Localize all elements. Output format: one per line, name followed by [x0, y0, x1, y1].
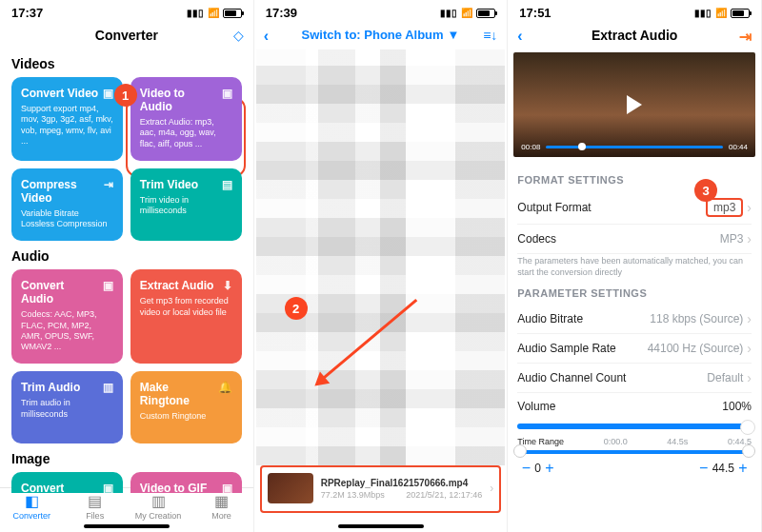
format-settings-header: FORMAT SETTINGS — [517, 174, 752, 186]
convert-tab-icon: ◧ — [0, 492, 63, 510]
image-icon: ▣ — [103, 482, 113, 493]
premium-icon[interactable]: ◇ — [233, 28, 244, 43]
page-title: Extract Audio — [592, 28, 678, 43]
status-time: 17:37 — [11, 6, 43, 20]
bell-icon: 🔔 — [218, 381, 232, 394]
time-range-slider[interactable] — [517, 450, 752, 454]
files-icon: ▤ — [63, 492, 126, 510]
audio-icon: ▣ — [103, 279, 113, 292]
status-bar: 17:51 ▮▮▯ 📶 — [508, 0, 761, 22]
wifi-icon: 📶 — [461, 8, 472, 18]
status-icons: ▮▮▯ 📶 — [440, 8, 495, 18]
card-trim-video[interactable]: Trim Video▤ Trim video in milliseconds — [130, 168, 242, 242]
audio-extract-icon: ▣ — [222, 87, 232, 100]
chevron-right-icon: › — [747, 200, 752, 215]
wifi-icon: 📶 — [715, 8, 727, 18]
screen-album: 17:39 ▮▮▯ 📶 ‹ Switch to: Phone Album ▼ ≡… — [254, 0, 509, 532]
parameter-settings-header: PARAMETER SETTINGS — [517, 287, 752, 299]
status-time: 17:51 — [519, 6, 551, 20]
audio-grid: Convert Audio▣ Codecs: AAC, MP3, FLAC, P… — [0, 269, 253, 443]
file-row[interactable]: RPReplay_Final1621570666.mp4 77.2M 13.9M… — [260, 465, 502, 513]
header: Converter ◇ — [0, 22, 253, 49]
start-value: 0 — [534, 462, 541, 475]
status-icons: ▮▮▯ 📶 — [187, 8, 242, 18]
callout-badge-2: 2 — [285, 297, 308, 320]
screen-extract: 17:51 ▮▮▯ 📶 ‹ Extract Audio ⇥ 00:08 00:4… — [508, 0, 762, 532]
status-icons: ▮▮▯ 📶 — [694, 8, 750, 18]
volume-slider[interactable] — [517, 424, 752, 429]
start-plus-button[interactable]: + — [541, 460, 558, 477]
card-video-to-audio[interactable]: Video to Audio▣ Extract Audio: mp3, aac,… — [130, 77, 242, 161]
section-audio: Audio — [0, 241, 253, 269]
play-icon[interactable] — [627, 95, 642, 114]
tab-converter[interactable]: ◧Converter — [0, 492, 63, 521]
callout-badge-3: 3 — [694, 179, 717, 202]
row-sample-rate[interactable]: Audio Sample Rate 44100 Hz (Source)› — [517, 334, 752, 364]
status-bar: 17:37 ▮▮▯ 📶 — [0, 0, 253, 22]
start-minus-button[interactable]: − — [517, 460, 534, 477]
battery-icon — [223, 9, 242, 18]
video-preview[interactable]: 00:08 00:44 — [513, 52, 755, 157]
card-make-ringtone[interactable]: Make Ringtone🔔 Custom Ringtone — [130, 371, 242, 443]
back-icon[interactable]: ‹ — [517, 28, 522, 45]
card-convert-video[interactable]: Convert Video▣ Support export mp4, mov, … — [11, 77, 123, 161]
card-video-to-gif[interactable]: Video to GIF▣ — [130, 472, 242, 493]
file-size: 77.2M 13.9Mbps — [321, 490, 385, 500]
video-scrubber[interactable]: 00:08 00:44 — [521, 143, 748, 151]
output-format-value: mp3 — [706, 198, 743, 217]
file-meta: RPReplay_Final1621570666.mp4 77.2M 13.9M… — [321, 478, 483, 500]
compress-icon: ⇥ — [104, 178, 113, 191]
battery-icon — [476, 9, 495, 18]
album-switch-button[interactable]: Switch to: Phone Album ▼ — [302, 28, 460, 42]
chevron-right-icon: › — [747, 341, 752, 356]
time-steppers: − 0 + − 44.5 + — [517, 460, 752, 477]
tab-more[interactable]: ▦More — [190, 492, 252, 521]
export-icon[interactable]: ⇥ — [739, 28, 752, 46]
settings: FORMAT SETTINGS Output Format mp3› Codec… — [508, 161, 761, 481]
file-date: 2021/5/21, 12:17:46 — [406, 490, 482, 500]
trim-icon: ▤ — [222, 178, 232, 191]
album-grid[interactable]: 2 — [256, 49, 506, 465]
chevron-right-icon: › — [490, 482, 493, 495]
callout-badge-1: 1 — [114, 84, 137, 107]
wifi-icon: 📶 — [208, 8, 219, 18]
file-thumbnail — [268, 473, 313, 503]
page-title: Converter — [95, 28, 158, 43]
signal-icon: ▮▮▯ — [440, 8, 457, 18]
status-time: 17:39 — [266, 6, 297, 20]
time-range-mid: 44.5s — [667, 437, 688, 446]
screen-converter: 17:37 ▮▮▯ 📶 Converter ◇ 1 Videos Convert… — [0, 0, 254, 532]
card-compress-video[interactable]: Compress Video⇥ Variable Bitrate Lossles… — [11, 168, 123, 242]
section-image: Image — [0, 443, 253, 472]
home-indicator — [338, 524, 424, 528]
card-convert-image[interactable]: Convert Image▣ — [11, 472, 123, 493]
card-convert-audio[interactable]: Convert Audio▣ Codecs: AAC, MP3, FLAC, P… — [11, 269, 123, 364]
row-channel-count[interactable]: Audio Channel Count Default› — [517, 364, 752, 393]
tab-my-creation[interactable]: ▥My Creation — [127, 492, 190, 521]
tab-files[interactable]: ▤Files — [63, 492, 126, 521]
status-bar: 17:39 ▮▮▯ 📶 — [254, 0, 508, 22]
back-icon[interactable]: ‹ — [264, 28, 269, 45]
row-output-format[interactable]: Output Format mp3› — [517, 191, 752, 225]
end-value: 44.5 — [712, 462, 734, 475]
filter-icon[interactable]: ≡↓ — [483, 28, 497, 43]
callout-arrow — [321, 299, 418, 381]
home-indicator — [84, 524, 170, 528]
card-trim-audio[interactable]: Trim Audio▥ Trim audio in milliseconds — [11, 371, 123, 443]
row-codecs[interactable]: Codecs MP3› — [517, 225, 752, 254]
scrub-track[interactable] — [546, 146, 723, 148]
time-range-start: 0:00.0 — [604, 437, 628, 446]
row-volume: Volume 100% — [517, 393, 752, 420]
time-current: 00:08 — [521, 143, 540, 151]
end-plus-button[interactable]: + — [734, 460, 752, 477]
row-bitrate[interactable]: Audio Bitrate 118 kbps (Source)› — [517, 305, 752, 334]
video-icon: ▣ — [103, 87, 113, 100]
section-videos: Videos — [0, 49, 253, 77]
end-minus-button[interactable]: − — [695, 460, 712, 477]
gif-icon: ▣ — [222, 482, 232, 493]
more-icon: ▦ — [190, 492, 252, 510]
header: ‹ Switch to: Phone Album ▼ ≡↓ — [254, 22, 508, 48]
download-icon: ⬇ — [223, 279, 232, 292]
card-extract-audio[interactable]: Extract Audio⬇ Get mp3 from recorded vid… — [130, 269, 242, 364]
chevron-right-icon: › — [747, 231, 752, 246]
